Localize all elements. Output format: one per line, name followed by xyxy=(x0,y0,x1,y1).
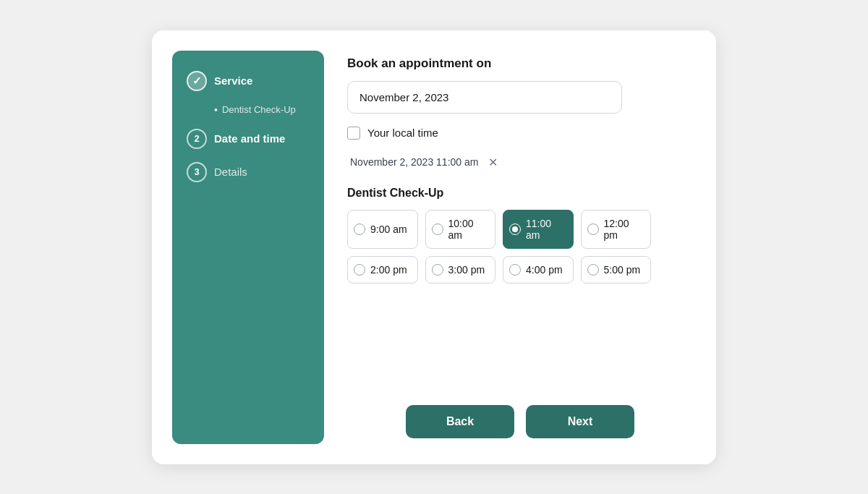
step-number-datetime: 2 xyxy=(194,133,199,144)
time-label-9am: 9:00 am xyxy=(370,223,407,235)
sidebar-step-service[interactable]: ✓ Service xyxy=(187,71,310,91)
time-label-12pm: 12:00 pm xyxy=(604,218,645,241)
time-slot-3pm[interactable]: 3:00 pm xyxy=(425,256,496,284)
footer-buttons: Back Next xyxy=(347,393,693,438)
local-time-checkbox[interactable] xyxy=(347,127,360,140)
time-slot-11am[interactable]: 11:00 am xyxy=(503,210,574,249)
sidebar-step-details[interactable]: 3 Details xyxy=(187,162,310,182)
local-time-row: Your local time xyxy=(347,127,693,140)
local-time-label: Your local time xyxy=(367,127,438,139)
appointment-modal: ✓ Service Dentist Check-Up 2 Date and ti… xyxy=(152,30,716,464)
radio-3pm xyxy=(432,264,443,276)
time-slot-9am[interactable]: 9:00 am xyxy=(347,210,418,249)
radio-10am xyxy=(432,223,443,235)
time-slot-4pm[interactable]: 4:00 pm xyxy=(503,256,574,284)
radio-2pm xyxy=(354,264,365,276)
radio-4pm xyxy=(509,264,521,276)
time-label-2pm: 2:00 pm xyxy=(370,264,407,276)
sidebar-step-details-label: Details xyxy=(214,166,247,178)
sidebar-step-datetime-label: Date and time xyxy=(214,132,285,145)
sub-item-label: Dentist Check-Up xyxy=(222,104,296,115)
radio-dot-11am xyxy=(512,226,518,232)
clear-datetime-button[interactable]: ✕ xyxy=(487,154,499,171)
step-number-details: 3 xyxy=(194,166,199,177)
time-slot-12pm[interactable]: 12:00 pm xyxy=(581,210,652,249)
time-label-5pm: 5:00 pm xyxy=(604,264,641,276)
radio-5pm xyxy=(587,264,599,276)
time-slots-grid: 9:00 am 10:00 am 11:00 am 12:00 pm xyxy=(347,210,651,284)
sidebar-sub-item-dentist: Dentist Check-Up xyxy=(187,104,310,116)
radio-12pm xyxy=(587,223,599,235)
time-label-11am: 11:00 am xyxy=(526,218,567,241)
time-slot-5pm[interactable]: 5:00 pm xyxy=(581,256,652,284)
step-icon-service: ✓ xyxy=(187,71,207,91)
sidebar-step-service-label: Service xyxy=(214,74,252,87)
main-content: Book an appointment on Your local time N… xyxy=(344,51,696,444)
radio-9am xyxy=(354,223,365,235)
sidebar: ✓ Service Dentist Check-Up 2 Date and ti… xyxy=(172,51,324,444)
radio-11am xyxy=(509,223,521,235)
time-slot-10am[interactable]: 10:00 am xyxy=(425,210,496,249)
back-button[interactable]: Back xyxy=(406,405,514,438)
sidebar-step-datetime[interactable]: 2 Date and time xyxy=(187,129,310,149)
step-icon-details: 3 xyxy=(187,162,207,182)
time-label-3pm: 3:00 pm xyxy=(448,264,485,276)
time-slot-2pm[interactable]: 2:00 pm xyxy=(347,256,418,284)
service-name: Dentist Check-Up xyxy=(347,187,693,200)
selected-time-row: November 2, 2023 11:00 am ✕ xyxy=(347,154,693,171)
date-input[interactable] xyxy=(347,81,622,114)
checkmark-icon: ✓ xyxy=(192,74,202,88)
step-icon-datetime: 2 xyxy=(187,129,207,149)
next-button[interactable]: Next xyxy=(526,405,634,438)
time-label-4pm: 4:00 pm xyxy=(526,264,563,276)
selected-datetime-text: November 2, 2023 11:00 am xyxy=(350,156,478,168)
time-label-10am: 10:00 am xyxy=(448,218,490,241)
booking-title: Book an appointment on xyxy=(347,56,693,71)
